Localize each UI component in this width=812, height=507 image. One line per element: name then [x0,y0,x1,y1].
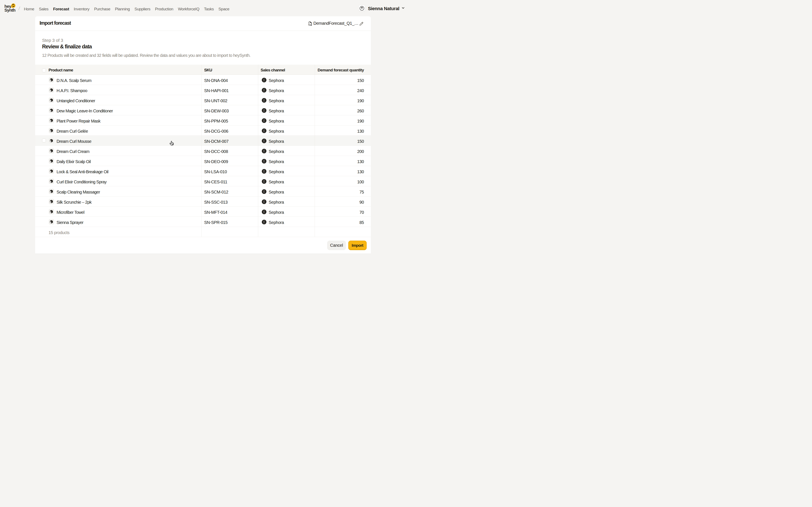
svg-text:XLS: XLS [308,24,311,26]
